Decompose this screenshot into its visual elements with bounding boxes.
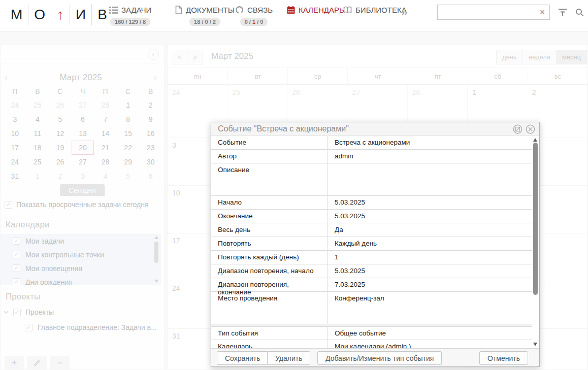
mini-calendar-day[interactable]: 1: [117, 98, 140, 112]
event-field-value[interactable]: 5.03.2025: [328, 196, 532, 209]
mini-calendar-day[interactable]: 24: [4, 98, 26, 112]
mini-calendar-day[interactable]: 29: [117, 155, 140, 169]
overdue-tasks-checkbox-row[interactable]: Показать просроченные задачи сегодня: [5, 200, 161, 209]
calendar-list-item[interactable]: Мои оповещения: [1, 261, 161, 275]
mini-calendar-day[interactable]: 23: [139, 141, 162, 155]
cancel-button[interactable]: Отменить: [479, 351, 528, 365]
mini-calendar-day[interactable]: 26: [49, 155, 72, 169]
projects-tree-child[interactable]: Главное подразделение: Задачи в...: [25, 323, 157, 331]
scrollbar-thumb[interactable]: [154, 242, 158, 263]
mini-calendar-day[interactable]: 28: [94, 98, 117, 112]
mini-calendar-day[interactable]: 22: [117, 141, 140, 155]
checkbox-icon[interactable]: [13, 264, 20, 272]
mini-calendar-day[interactable]: 10: [4, 126, 26, 141]
scroll-down-icon[interactable]: [533, 343, 537, 346]
mini-calendar-day[interactable]: 2: [49, 169, 72, 183]
event-field-value[interactable]: [328, 163, 532, 195]
mini-calendar-day[interactable]: 25: [26, 155, 49, 169]
event-field-value[interactable]: 1: [328, 251, 532, 264]
mini-calendar-day[interactable]: 27: [72, 98, 94, 112]
checkbox-icon[interactable]: [5, 201, 12, 209]
mini-calendar-day[interactable]: 18: [26, 141, 49, 155]
mini-calendar-day[interactable]: 5: [49, 112, 72, 126]
checkbox-icon[interactable]: [25, 324, 32, 331]
event-field-value[interactable]: 5.03.2025: [328, 264, 532, 278]
calendar-list-item[interactable]: Дни рождения: [1, 275, 161, 285]
tab-tasks[interactable]: ЗАДАЧИ 160 / 129 / 8: [109, 6, 151, 26]
event-field-value[interactable]: Каждый день: [328, 237, 532, 250]
event-field-value[interactable]: Да: [328, 223, 532, 237]
event-field-value[interactable]: Конференц-зал: [328, 292, 532, 324]
mini-calendar-day[interactable]: 7: [94, 112, 117, 126]
mini-prev-month-icon[interactable]: [5, 72, 8, 83]
today-button[interactable]: Сегодня: [60, 184, 105, 196]
tab-documents[interactable]: ДОКУМЕНТЫ 18 / 0 / 2: [175, 6, 235, 26]
mini-calendar-day[interactable]: 27: [72, 155, 94, 169]
projects-tree-root[interactable]: Проекты: [4, 308, 54, 316]
search-icon[interactable]: [575, 8, 584, 17]
mini-next-month-icon[interactable]: [153, 72, 157, 83]
next-month-button[interactable]: >: [187, 50, 203, 64]
mini-calendar-day[interactable]: 3: [4, 112, 26, 126]
mini-calendar-day[interactable]: 25: [26, 98, 49, 112]
search-input[interactable]: [438, 8, 535, 16]
save-button[interactable]: Сохранить: [217, 351, 269, 365]
delete-button[interactable]: Удалить: [267, 351, 310, 365]
mini-calendar-day[interactable]: 2: [139, 98, 162, 112]
mini-calendar-day[interactable]: 14: [94, 126, 117, 141]
mini-calendar-day[interactable]: 24: [4, 155, 26, 169]
mini-calendar-day[interactable]: 21: [94, 141, 117, 155]
mini-calendar-day[interactable]: 4: [26, 112, 49, 126]
more-tabs-icon[interactable]: [401, 6, 408, 19]
mini-calendar-day[interactable]: 30: [139, 155, 162, 169]
collapse-sidebar-icon[interactable]: [148, 49, 159, 60]
tab-communication[interactable]: СВЯЗЬ 0 / 1 / 0: [235, 6, 273, 26]
mini-calendar-day[interactable]: 6: [139, 169, 162, 183]
clear-search-icon[interactable]: [535, 7, 549, 18]
event-field-value[interactable]: 7.03.2025: [328, 278, 532, 291]
mini-calendar-day[interactable]: 19: [49, 141, 72, 155]
event-field-value[interactable]: 5.03.2025: [328, 210, 532, 223]
mini-calendar-day[interactable]: 16: [139, 126, 162, 141]
filter-icon[interactable]: [558, 8, 567, 16]
scroll-down-icon[interactable]: [154, 280, 158, 283]
close-icon[interactable]: [526, 124, 535, 134]
event-field-value[interactable]: admin: [328, 150, 532, 163]
dialog-scrollbar[interactable]: [532, 136, 539, 348]
view-month-button[interactable]: месяц: [557, 50, 587, 64]
checkbox-icon[interactable]: [13, 251, 20, 258]
view-week-button[interactable]: неделя: [523, 50, 557, 64]
mini-calendar-day[interactable]: 12: [49, 126, 72, 141]
edit-calendar-button[interactable]: [27, 356, 47, 370]
tab-calendar[interactable]: КАЛЕНДАРЬ: [287, 6, 344, 14]
chevron-down-icon[interactable]: [4, 311, 9, 314]
mini-calendar-day[interactable]: 31: [4, 169, 26, 183]
checkbox-icon[interactable]: [13, 237, 20, 245]
mini-calendar-day[interactable]: 15: [117, 126, 140, 141]
mini-calendar-day[interactable]: 9: [139, 112, 162, 126]
app-logo[interactable]: МО↑ИВ: [5, 4, 113, 25]
prev-month-button[interactable]: <: [172, 50, 187, 64]
mini-calendar-day[interactable]: 28: [94, 155, 117, 169]
mini-calendar-day[interactable]: 6: [72, 112, 94, 126]
mini-calendar-day[interactable]: 8: [117, 112, 140, 126]
calendar-list-item[interactable]: Мои задачи: [1, 234, 161, 248]
mini-calendar-day[interactable]: 11: [26, 126, 49, 141]
mini-calendar-day[interactable]: 5: [117, 169, 140, 183]
mini-calendar-day[interactable]: 26: [49, 98, 72, 112]
mini-calendar-day[interactable]: 20: [72, 141, 94, 155]
mini-calendar-day[interactable]: 1: [26, 169, 49, 183]
scroll-up-icon[interactable]: [533, 138, 537, 142]
calendar-list-item[interactable]: Мои контрольные точки: [1, 248, 161, 261]
mini-calendar-day[interactable]: 13: [72, 126, 94, 141]
mini-calendar-day[interactable]: 17: [4, 141, 26, 155]
view-day-button[interactable]: день: [496, 50, 523, 64]
scroll-up-icon[interactable]: [154, 236, 158, 239]
event-field-value[interactable]: Мои календари (admin ): [328, 340, 532, 348]
event-field-value[interactable]: Общее событие: [328, 327, 532, 340]
scrollbar-thumb[interactable]: [533, 143, 538, 295]
checkbox-icon[interactable]: [13, 309, 21, 316]
calendars-list-scrollbar[interactable]: [153, 235, 159, 284]
mini-calendar-day[interactable]: 3: [72, 169, 94, 183]
tab-library[interactable]: БИБЛИОТЕКА: [343, 6, 407, 14]
